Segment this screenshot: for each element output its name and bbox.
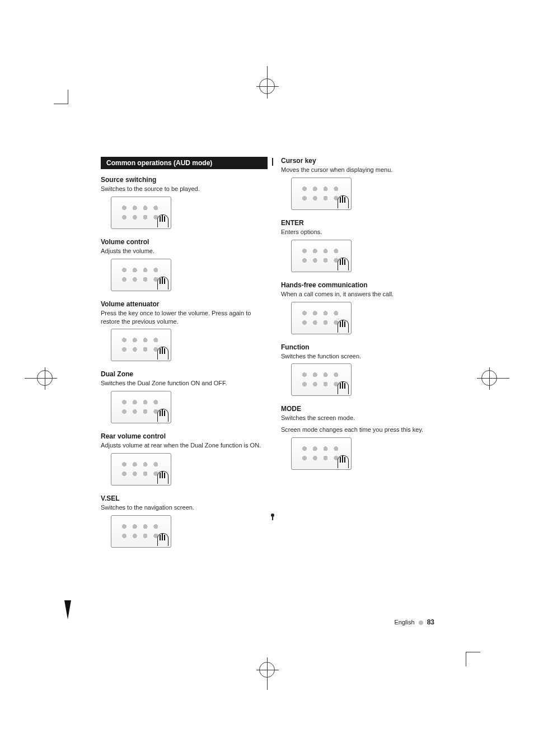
entry-desc: Adjusts the volume. [101, 247, 268, 255]
remote-illustration [111, 329, 171, 361]
remote-illustration [291, 302, 352, 334]
entry-hands-free: Hands-free communication When a call com… [281, 281, 448, 334]
left-column: Common operations (AUD mode) Source swit… [101, 157, 268, 557]
entry-rear-volume-control: Rear volume control Adjusts volume at re… [101, 432, 268, 486]
registration-mark-bottom [259, 662, 275, 678]
entry-enter: ENTER Enters options. [281, 219, 448, 272]
crop-mark-bottom-right [466, 652, 480, 666]
entry-desc: Moves the cursor when displaying menu. [281, 166, 448, 174]
remote-illustration [111, 391, 171, 423]
entry-title: V.SEL [101, 494, 268, 502]
entry-desc: Switches the Dual Zone function ON and O… [101, 379, 268, 388]
footer-language: English [394, 619, 414, 626]
entry-vsel: V.SEL Switches to the navigation screen. [101, 494, 268, 548]
registration-mark-right [481, 370, 497, 386]
entry-title: MODE [281, 405, 448, 413]
remote-illustration [111, 515, 171, 548]
registration-mark-top [259, 78, 275, 94]
entry-source-switching: Source switching Switches to the source … [101, 176, 268, 229]
remote-illustration [291, 363, 352, 396]
entry-cursor-key: Cursor key Moves the cursor when display… [281, 157, 448, 210]
entry-title: Dual Zone [101, 370, 268, 378]
entry-desc: Enters options. [281, 228, 448, 236]
entry-mode: MODE Switches the screen mode. Screen mo… [281, 405, 448, 470]
entry-title: Cursor key [281, 157, 448, 165]
entry-desc-2: Screen mode changes each time you press … [281, 426, 448, 434]
remote-illustration [291, 437, 352, 470]
entry-title: Rear volume control [101, 432, 268, 440]
remote-illustration [111, 259, 171, 291]
remote-illustration [111, 197, 171, 229]
entry-desc: Switches to the navigation screen. [101, 503, 268, 512]
page-content: Common operations (AUD mode) Source swit… [101, 157, 448, 557]
entry-desc: When a call comes in, it answers the cal… [281, 290, 448, 298]
entry-desc: Press the key once to lower the volume. … [101, 309, 268, 326]
entry-volume-attenuator: Volume attenuator Press the key once to … [101, 300, 268, 362]
entry-title: Source switching [101, 176, 268, 184]
remote-illustration [111, 453, 171, 486]
section-header: Common operations (AUD mode) [101, 157, 268, 169]
entry-desc: Switches the screen mode. [281, 414, 448, 422]
registration-mark-left [37, 370, 53, 386]
remote-illustration [291, 178, 352, 210]
entry-title: Hands-free communication [281, 281, 448, 289]
remote-illustration [291, 240, 352, 272]
entry-title: Volume attenuator [101, 300, 268, 308]
entry-function: Function Switches the function screen. [281, 343, 448, 396]
page-footer: English 83 [394, 618, 434, 626]
entry-desc: Adjusts volume at rear when the Dual Zon… [101, 441, 268, 450]
bullet-icon [419, 620, 423, 625]
crop-mark-top-left [54, 90, 68, 104]
entry-desc: Switches to the source to be played. [101, 185, 268, 193]
footer-page-number: 83 [427, 618, 434, 626]
entry-title: Function [281, 343, 448, 351]
right-column: Cursor key Moves the cursor when display… [281, 157, 448, 557]
entry-dual-zone: Dual Zone Switches the Dual Zone functio… [101, 370, 268, 423]
entry-desc: Switches the function screen. [281, 352, 448, 361]
entry-title: Volume control [101, 238, 268, 246]
entry-title: ENTER [281, 219, 448, 227]
entry-volume-control: Volume control Adjusts the volume. [101, 238, 268, 291]
arrow-down-icon [64, 600, 71, 619]
